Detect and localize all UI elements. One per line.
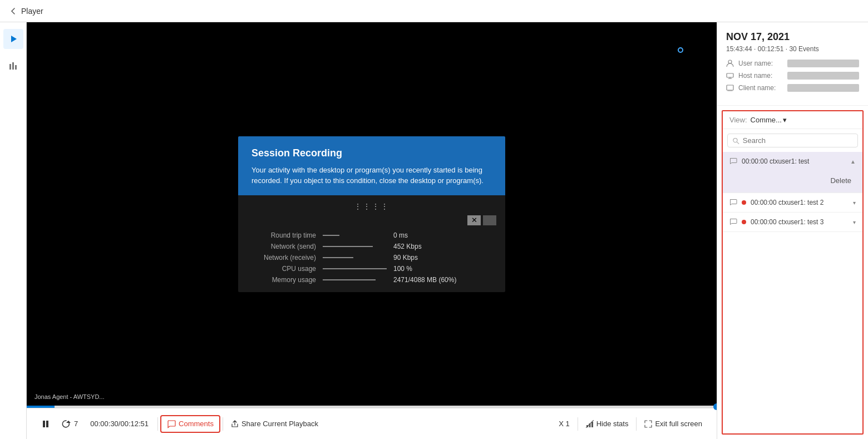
replay-label: 7 xyxy=(74,420,78,428)
back-label: Player xyxy=(21,7,43,16)
comment-time-1: 00:00:00 ctxuser1: test xyxy=(742,157,809,165)
comments-list: 00:00:00 ctxuser1: test ▲ Delete 00:00 xyxy=(723,152,862,433)
progress-bar-fill xyxy=(27,406,55,408)
stat-value: 100 % xyxy=(390,263,496,274)
comment-icon xyxy=(729,157,737,165)
svg-rect-9 xyxy=(591,422,593,427)
share-button[interactable]: Share Current Playback xyxy=(225,416,324,431)
client-name-row: Client name: xyxy=(726,84,859,92)
expand-icon-2: ▾ xyxy=(853,200,856,206)
pause-button[interactable] xyxy=(36,416,56,432)
session-meta: 15:43:44 · 00:12:51 · 30 Events xyxy=(726,45,859,53)
unread-dot-2 xyxy=(742,200,746,205)
comment-header-2[interactable]: 00:00:00 ctxuser1: test 2 ▾ xyxy=(723,193,862,212)
session-recording-dialog: Session Recording Your activity with the… xyxy=(238,136,505,292)
host-name-label: Host name: xyxy=(738,72,783,80)
user-name-value xyxy=(787,60,859,67)
progress-bar-track[interactable] xyxy=(27,406,717,408)
stat-value: 452 Kbps xyxy=(390,241,496,252)
stat-value: 2471/4088 MB (60%) xyxy=(390,274,496,285)
share-label: Share Current Playback xyxy=(241,420,318,428)
comment-header-3[interactable]: 00:00:00 ctxuser1: test 3 ▾ xyxy=(723,213,862,231)
play-icon xyxy=(8,34,18,44)
dialog-close-button[interactable]: ✕ xyxy=(467,215,481,225)
table-row: Network (receive) 90 Kbps xyxy=(247,252,496,263)
svg-rect-2 xyxy=(12,62,14,70)
top-bar: Player xyxy=(0,0,868,22)
stats-hide-icon xyxy=(586,420,594,428)
bottom-controls: 7 00:00:30/00:12:51 Comments Share Curre… xyxy=(27,408,717,439)
right-panel: NOV 17, 2021 15:43:44 · 00:12:51 · 30 Ev… xyxy=(717,22,868,439)
stat-label: CPU usage xyxy=(247,263,319,274)
replay-button[interactable]: 7 xyxy=(56,416,83,432)
progress-knob[interactable] xyxy=(713,403,717,410)
client-name-label: Client name: xyxy=(738,84,783,92)
stats-table: Round trip time 0 ms Network (send) 452 … xyxy=(247,230,496,285)
replay-icon xyxy=(61,419,71,429)
session-date: NOV 17, 2021 xyxy=(726,31,859,43)
exit-fullscreen-button[interactable]: Exit full screen xyxy=(639,416,708,431)
stat-label: Network (receive) xyxy=(247,252,319,263)
list-item: 00:00:00 ctxuser1: test 3 ▾ xyxy=(723,213,862,232)
svg-marker-6 xyxy=(66,421,71,423)
unread-dot-3 xyxy=(742,220,746,224)
back-button[interactable]: Player xyxy=(9,7,43,16)
comment-actions-1: Delete xyxy=(723,171,862,193)
expand-icon-3: ▾ xyxy=(853,219,856,225)
dialog-controls: ✕ xyxy=(247,215,496,225)
stat-label: Network (send) xyxy=(247,241,319,252)
svg-rect-4 xyxy=(43,421,45,427)
play-sidebar-icon[interactable] xyxy=(3,29,23,49)
hide-stats-label: Hide stats xyxy=(596,420,629,428)
divider-3 xyxy=(578,417,578,431)
dialog-body: Your activity with the desktop or progra… xyxy=(251,165,492,186)
time-display: 00:00:30/00:12:51 xyxy=(83,420,155,428)
divider-4 xyxy=(636,417,637,431)
delete-button-1[interactable]: Delete xyxy=(826,174,856,187)
speed-button[interactable]: X 1 xyxy=(553,416,575,431)
search-icon xyxy=(732,137,739,145)
list-item: 00:00:00 ctxuser1: test 2 ▾ xyxy=(723,193,862,213)
dialog-top: Session Recording Your activity with the… xyxy=(238,136,505,195)
user-icon xyxy=(726,60,734,67)
comment-icon xyxy=(729,199,737,206)
back-arrow-icon xyxy=(9,7,18,16)
svg-point-11 xyxy=(728,60,732,63)
stats-icon xyxy=(8,61,18,71)
dialog-minimize-button[interactable] xyxy=(483,215,496,225)
search-box xyxy=(727,134,858,147)
user-name-label: User name: xyxy=(738,60,783,67)
comments-button[interactable]: Comments xyxy=(160,415,220,433)
dialog-title: Session Recording xyxy=(251,147,492,159)
comments-icon xyxy=(167,420,176,428)
exit-fullscreen-label: Exit full screen xyxy=(655,420,702,428)
comment-header-1[interactable]: 00:00:00 ctxuser1: test ▲ xyxy=(723,152,862,171)
comments-header: View: Comme... ▾ xyxy=(723,111,862,129)
left-sidebar xyxy=(0,22,27,439)
hide-stats-button[interactable]: Hide stats xyxy=(580,416,634,431)
client-name-value xyxy=(787,84,859,92)
stat-label: Round trip time xyxy=(247,230,319,241)
search-input[interactable] xyxy=(743,136,853,145)
host-icon xyxy=(726,72,734,80)
host-name-row: Host name: xyxy=(726,72,859,80)
stats-sidebar-icon[interactable] xyxy=(3,56,23,76)
view-label: View: xyxy=(729,116,747,124)
svg-marker-0 xyxy=(11,36,17,42)
divider-1 xyxy=(157,417,158,431)
list-item: 00:00:00 ctxuser1: test ▲ Delete xyxy=(723,152,862,193)
table-row: Round trip time 0 ms xyxy=(247,230,496,241)
speed-label: X 1 xyxy=(559,420,570,428)
host-name-value xyxy=(787,72,859,80)
svg-point-14 xyxy=(733,138,737,142)
session-info: NOV 17, 2021 15:43:44 · 00:12:51 · 30 Ev… xyxy=(717,22,868,106)
stat-bar xyxy=(323,257,353,258)
pause-icon xyxy=(41,420,50,428)
video-container: Session Recording Your activity with the… xyxy=(27,22,717,439)
comments-panel: View: Comme... ▾ xyxy=(722,110,864,435)
view-dropdown[interactable]: Comme... ▾ xyxy=(751,116,787,124)
stat-bar xyxy=(323,235,339,236)
table-row: CPU usage 100 % xyxy=(247,263,496,274)
svg-line-15 xyxy=(737,142,739,144)
user-name-row: User name: xyxy=(726,60,859,67)
